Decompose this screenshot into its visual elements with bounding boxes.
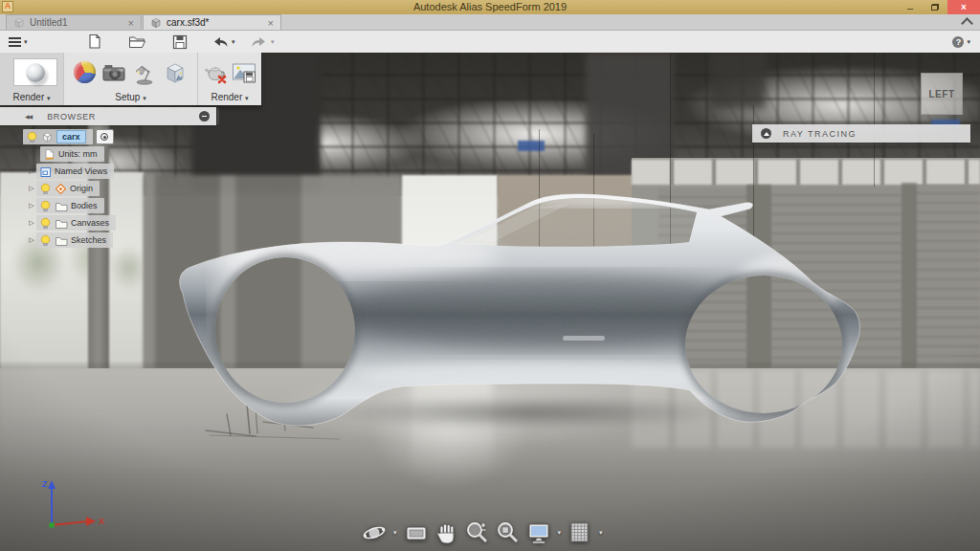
tree-item-label: Named Views	[55, 166, 107, 176]
wall-pillar	[902, 183, 917, 372]
bulb-visibility-icon[interactable]	[26, 131, 38, 143]
x-axis-label: X	[99, 517, 104, 526]
axes-triad: Z X	[33, 475, 109, 535]
tree-row-units[interactable]: Units: mm	[0, 145, 104, 163]
bulb-visibility-icon[interactable]	[39, 200, 52, 212]
quick-access-toolbar: ▾ ▾ ▾ ? ▾	[0, 31, 980, 53]
save-button[interactable]	[172, 31, 188, 53]
tree-expand-icon[interactable]: ▷	[27, 202, 36, 209]
origin-axes-icon	[55, 183, 67, 195]
x-axis-arrow	[86, 517, 96, 526]
visibility-eye-icon[interactable]	[96, 129, 114, 144]
caret-down-icon: ▾	[967, 38, 970, 46]
new-file-button[interactable]	[87, 31, 102, 53]
scene-camera-icon[interactable]	[101, 60, 126, 85]
ribbon-panel: Render ▾	[0, 53, 261, 105]
restore-icon	[931, 4, 939, 11]
viewport-3d[interactable]: Render ▾	[0, 53, 980, 551]
ray-tracing-label: RAY TRACING	[783, 129, 857, 139]
tree-expand-icon[interactable]: ▷	[27, 185, 36, 192]
undo-arrow-icon	[212, 35, 229, 49]
caret-down-icon[interactable]: ▾	[599, 529, 603, 537]
collapse-panel-icon[interactable]: ◀◀	[25, 113, 32, 120]
bulb-visibility-icon[interactable]	[39, 217, 52, 230]
tree-expand-icon[interactable]: ▷	[27, 219, 36, 227]
caret-down-icon[interactable]: ▾	[232, 38, 235, 46]
look-at-button[interactable]	[404, 521, 429, 544]
file-menu-button[interactable]: ▾	[9, 31, 28, 53]
caret-down-icon[interactable]: ▾	[558, 529, 562, 537]
caret-down-icon[interactable]: ▾	[271, 38, 275, 46]
y-axis-origin-dot	[49, 522, 55, 528]
tree-row-origin[interactable]: ▷ Origin	[0, 180, 100, 197]
minimize-button[interactable]: –	[898, 0, 923, 14]
tree-row-named-views[interactable]: ▷ Named Views	[0, 163, 114, 180]
close-button[interactable]: ×	[947, 0, 980, 14]
render-teapot-stop-icon[interactable]	[203, 60, 228, 85]
help-button[interactable]: ? ▾	[952, 31, 970, 53]
display-monitor-icon	[526, 520, 551, 545]
render-mode-dropdown[interactable]: Render ▾	[0, 92, 63, 102]
tree-item-label: Units: mm	[58, 149, 98, 159]
hanging-cable	[874, 53, 875, 187]
tree-row-canvases[interactable]: ▷ Canvases	[0, 214, 116, 231]
render-to-image-icon[interactable]	[232, 60, 256, 85]
tree-item-label: Origin	[70, 184, 93, 193]
undo-button[interactable]: ▾	[212, 31, 235, 53]
folder-icon	[55, 200, 68, 212]
open-folder-icon	[128, 34, 146, 49]
view-cube[interactable]: LEFT	[921, 73, 963, 115]
window-title: Autodesk Alias SpeedForm 2019	[0, 1, 980, 12]
caret-down-icon: ▾	[24, 38, 28, 46]
bulb-visibility-icon[interactable]	[39, 183, 52, 195]
bulb-visibility-icon[interactable]	[39, 234, 52, 247]
display-settings-button[interactable]	[526, 520, 551, 545]
navigation-bar: ▾	[362, 518, 604, 548]
zoom-button[interactable]	[465, 520, 490, 545]
appearance-color-wheel-icon[interactable]	[74, 61, 96, 83]
tree-row-bodies[interactable]: ▷ Bodies	[0, 197, 104, 214]
tab-carx[interactable]: carx.sf3d* ×	[143, 14, 281, 30]
tree-expand-icon[interactable]: ▷	[27, 167, 36, 175]
tab-close-icon[interactable]: ×	[268, 18, 274, 28]
tree-row-sketches[interactable]: ▷ Sketches	[0, 231, 113, 249]
ray-tracing-expand-icon[interactable]	[761, 128, 771, 139]
setup-dropdown[interactable]: Setup ▾	[64, 92, 197, 102]
tree-expand-icon[interactable]: ◢	[13, 133, 23, 141]
render-dropdown[interactable]: Render ▾	[198, 92, 261, 102]
look-at-icon	[404, 521, 429, 544]
document-cube-icon	[13, 17, 25, 29]
pan-button[interactable]	[434, 520, 459, 545]
tree-item-label-selected[interactable]: carx	[56, 130, 86, 143]
grid-icon	[568, 520, 592, 545]
zoom-magnifier-icon	[465, 520, 490, 545]
menu-icon	[9, 37, 21, 47]
redo-button[interactable]: ▾	[251, 31, 275, 53]
browser-panel-header[interactable]: ◀◀ BROWSER	[0, 107, 216, 125]
lamp-light-icon[interactable]	[132, 60, 157, 85]
tree-expand-icon[interactable]: ▷	[27, 236, 36, 244]
tree-row-carx[interactable]: ◢ carx	[0, 128, 114, 145]
tree-item-label: Canvases	[71, 218, 109, 228]
restore-button[interactable]	[923, 0, 947, 14]
clerestory-windows	[632, 160, 980, 185]
fit-button[interactable]	[496, 520, 521, 545]
car-model[interactable]	[175, 187, 872, 433]
orbit-button[interactable]	[362, 520, 387, 545]
tab-close-icon[interactable]: ×	[128, 18, 134, 28]
render-mode-button[interactable]	[13, 58, 57, 86]
garage-door	[917, 185, 980, 370]
z-axis-label: Z	[42, 479, 48, 489]
grid-settings-button[interactable]	[568, 520, 592, 545]
tab-label: Untitled1	[30, 17, 123, 28]
folder-icon	[55, 234, 68, 247]
minimize-panel-icon[interactable]	[199, 111, 210, 121]
open-file-button[interactable]	[128, 31, 146, 53]
environment-cube-icon[interactable]	[163, 60, 188, 85]
ray-tracing-bar[interactable]: RAY TRACING	[752, 124, 970, 143]
caret-down-icon[interactable]: ▾	[393, 529, 397, 537]
tab-untitled1[interactable]: Untitled1 ×	[6, 14, 142, 30]
panel-resize-handle[interactable]	[217, 108, 219, 124]
tree-item-label: Bodies	[71, 201, 98, 210]
collapse-ribbon-chevron-icon[interactable]	[961, 17, 973, 30]
